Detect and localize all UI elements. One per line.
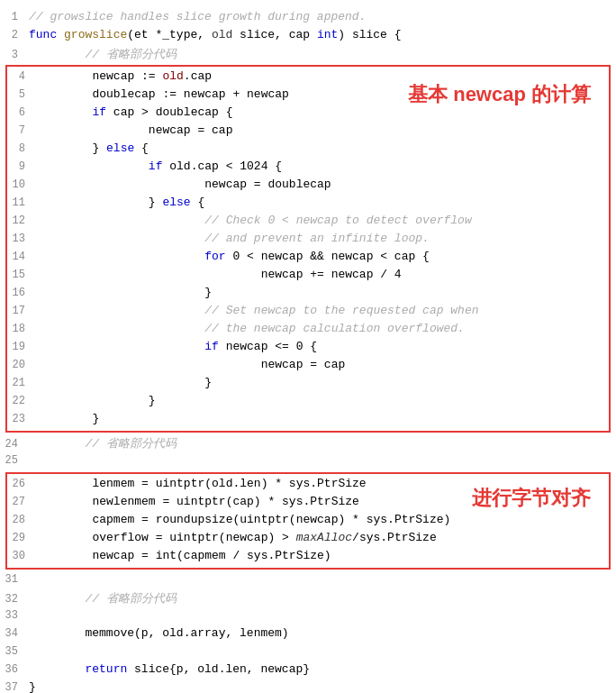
line-content: // 省略部分代码 [25,590,616,606]
line-content: newcap = doublecap [32,178,609,191]
line-content: memmove(p, old.array, lenmem) [25,626,616,640]
line-content: // the newcap calculation overflowed. [32,322,609,335]
line-number: 6 [7,106,32,119]
line-number: 2 [0,29,25,41]
code-line: 15 newcap += newcap / 4 [7,267,609,285]
bottom-red-box: 进行字节对齐 26 lenmem = uintptr(old.len) * sy… [5,472,611,570]
line-content: newcap = int(capmem / sys.PtrSize) [32,549,609,562]
line-number: 15 [7,269,32,281]
code-line: 26 lenmem = uintptr(old.len) * sys.PtrSi… [7,476,609,494]
code-line: 10 newcap = doublecap [7,177,609,195]
line-content: if newcap <= 0 { [32,340,609,353]
line-number: 16 [7,287,32,299]
line-number: 13 [7,233,32,245]
line-content: doublecap := newcap + newcap [32,87,609,101]
code-line: 13 // and prevent an infinite loop. [7,231,609,249]
line-number: 10 [7,178,32,191]
code-line: 12 // Check 0 < newcap to detect overflo… [7,213,609,231]
code-line: 23 } [7,411,609,429]
code-line: 7 newcap = cap [7,123,609,141]
line-content: if old.cap < 1024 { [32,160,609,173]
line-number: 3 [0,49,25,61]
code-line: 27 newlenmem = uintptr(cap) * sys.PtrSiz… [7,494,609,512]
code-block: 1 // growslice handles slice growth duri… [0,0,616,693]
code-line: 2 func growslice(et *_type, old slice, c… [0,27,616,45]
line-content: // and prevent an infinite loop. [32,232,609,245]
line-content: } [32,376,609,389]
line-number: 8 [7,142,32,155]
line-content: newcap += newcap / 4 [32,268,609,281]
line-content: // 省略部分代码 [25,435,616,451]
code-line: 20 newcap = cap [7,357,609,375]
line-number: 25 [0,454,25,467]
line-number: 9 [7,160,32,173]
line-content: capmem = roundupsize(uintptr(newcap) * s… [32,513,609,526]
line-number: 30 [7,550,32,562]
line-content: } else { [32,141,609,155]
line-number: 37 [0,681,25,693]
code-line: 30 newcap = int(capmem / sys.PtrSize) [7,548,609,566]
top-red-box: 基本 newcap 的计算 4 newcap := old.cap 5 doub… [5,65,611,433]
line-content [25,572,616,586]
line-number: 23 [7,413,32,425]
code-line: 37 } [0,679,616,693]
code-line: 6 if cap > doublecap { [7,105,609,123]
code-line: 11 } else { [7,195,609,213]
line-number: 26 [7,478,32,490]
line-number: 12 [7,214,32,227]
line-content [25,453,616,467]
line-content: // growslice handles slice growth during… [25,10,616,23]
line-content: // Check 0 < newcap to detect overflow [32,214,609,227]
line-number: 29 [7,532,32,544]
code-line: 19 if newcap <= 0 { [7,339,609,357]
code-line: 16 } [7,285,609,303]
code-line: 18 // the newcap calculation overflowed. [7,321,609,339]
code-line: 5 doublecap := newcap + newcap [7,87,609,105]
code-line: 21 } [7,375,609,393]
line-content: } [25,680,616,693]
code-line: 14 for 0 < newcap && newcap < cap { [7,249,609,267]
line-content: newcap = cap [32,358,609,371]
line-number: 28 [7,514,32,526]
line-number: 20 [7,359,32,371]
code-line: 31 [0,571,616,589]
code-line: 17 // Set newcap to the requested cap wh… [7,303,609,321]
code-line: 1 // growslice handles slice growth duri… [0,9,616,27]
line-content: lenmem = uintptr(old.len) * sys.PtrSize [32,477,609,490]
line-number: 19 [7,341,32,353]
line-content: // Set newcap to the requested cap when [32,304,609,317]
line-number: 36 [0,663,25,676]
line-number: 5 [7,88,32,101]
line-content: func growslice(et *_type, old slice, cap… [25,28,616,41]
line-number: 4 [7,70,32,83]
code-line: 9 if old.cap < 1024 { [7,159,609,177]
line-content: overflow = uintptr(newcap) > maxAlloc/sy… [32,531,609,544]
line-content [25,608,616,622]
code-line: 28 capmem = roundupsize(uintptr(newcap) … [7,512,609,530]
line-content [25,644,616,658]
line-content: newlenmem = uintptr(cap) * sys.PtrSize [32,495,609,508]
line-content: for 0 < newcap && newcap < cap { [32,250,609,263]
line-number: 14 [7,251,32,263]
line-number: 22 [7,395,32,407]
line-number: 11 [7,196,32,209]
code-line: 29 overflow = uintptr(newcap) > maxAlloc… [7,530,609,548]
line-number: 24 [0,438,25,451]
line-number: 35 [0,645,25,658]
line-number: 1 [0,11,25,23]
line-content: if cap > doublecap { [32,105,609,119]
code-line: 35 [0,643,616,661]
line-number: 21 [7,377,32,389]
line-number: 31 [0,573,25,586]
code-line: 32 // 省略部分代码 [0,589,616,607]
line-number: 27 [7,496,32,508]
code-line: 4 newcap := old.cap [7,68,609,87]
line-number: 7 [7,124,32,137]
code-line: 22 } [7,393,609,411]
line-number: 34 [0,627,25,640]
line-content: } [32,412,609,425]
code-line: 8 } else { [7,141,609,159]
line-number: 33 [0,609,25,622]
line-content: } [32,286,609,299]
line-content: } else { [32,196,609,209]
